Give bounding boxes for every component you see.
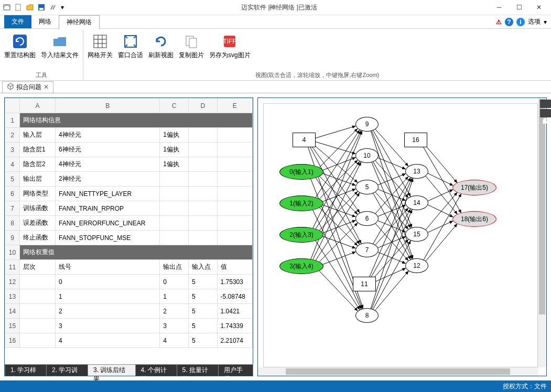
col-b[interactable]: B [56, 99, 160, 113]
node-mid-14[interactable]: 14 [405, 195, 428, 210]
table-row[interactable]: 2输入层4神经元1偏执 [5, 128, 253, 143]
node-output-17[interactable]: 17(输出5) [452, 180, 496, 195]
bottom-tab-results[interactable]: 3. 训练后结果 [88, 364, 135, 376]
save-icon[interactable] [37, 3, 46, 12]
table-row[interactable]: 13115-5.08748 [5, 289, 253, 304]
copy-image-button[interactable]: 复制图片 [179, 33, 204, 60]
tab-close-icon[interactable]: ✕ [44, 83, 49, 91]
options-link[interactable]: 选项 [528, 17, 541, 26]
node-hidden-7[interactable]: 7 [355, 243, 379, 257]
table-row[interactable]: 4 隐含层24神经元1偏执 [5, 157, 253, 172]
table-row[interactable]: 142251.0421 [5, 304, 253, 319]
minimize-button[interactable]: ─ [493, 3, 505, 12]
table-row[interactable]: 7训练函数FANN_TRAIN_RPROP [5, 201, 253, 216]
bottom-tab-batch[interactable]: 5. 批量计算 [177, 364, 219, 376]
import-result-button[interactable]: 导入结果文件 [41, 33, 79, 60]
svg-line-32 [312, 210, 361, 309]
svg-line-29 [323, 189, 356, 201]
table-row[interactable]: 9终止函数FANN_STOPFUNC_MSE [5, 231, 253, 245]
fit-icon [122, 33, 139, 50]
node-hidden-10[interactable]: 10 [355, 148, 379, 163]
col-c[interactable]: C [160, 99, 189, 113]
table-row[interactable]: 11层次线号输出点输入点值 [5, 260, 253, 275]
scrollbar-vertical[interactable] [538, 98, 546, 367]
table-row[interactable]: 5输出层2神经元 [5, 172, 253, 187]
node-hidden-6[interactable]: 6 [355, 211, 379, 226]
app-icon [2, 3, 12, 12]
qat-dropdown-icon[interactable]: ▾ [60, 3, 65, 12]
copy-icon [183, 33, 200, 50]
svg-line-80 [426, 224, 457, 261]
svg-line-49 [378, 158, 406, 169]
node-bias-4[interactable]: 4 [293, 133, 316, 147]
col-rownum[interactable] [5, 99, 20, 113]
reload-icon [153, 33, 169, 50]
side-tab-structure[interactable]: 结构信息 [540, 100, 551, 108]
network-graph[interactable]: 4 16 11 0(输入1) 1(输入2) 2(输入3) 3(输入4) 9 10… [263, 103, 538, 367]
scrollbar-horizontal[interactable] [258, 367, 538, 376]
svg-line-23 [323, 173, 356, 186]
svg-line-68 [375, 271, 409, 310]
col-e[interactable]: E [217, 99, 252, 113]
folder-icon [51, 33, 68, 50]
node-bias-11[interactable]: 11 [353, 277, 376, 291]
table-row[interactable]: 10网络权重值 [5, 245, 253, 260]
node-input-3[interactable]: 3(输入4) [279, 258, 323, 274]
node-input-0[interactable]: 0(输入1) [279, 164, 323, 180]
bottom-tab-training[interactable]: 2. 学习训练 [46, 364, 88, 376]
menu-neural[interactable]: 神经网络 [59, 15, 100, 30]
open-icon[interactable] [25, 3, 35, 12]
table-row[interactable]: 6网络类型FANN_NETTYPE_LAYER [5, 187, 253, 201]
tiff-icon: TIFF [221, 33, 238, 50]
table-row[interactable]: 8误差函数FANN_ERRORFUNC_LINEAR [5, 216, 253, 231]
help-icon[interactable]: ? [505, 18, 513, 26]
svg-rect-0 [4, 5, 10, 10]
bottom-tab-manual[interactable]: 用户手册 [218, 364, 253, 376]
fit-window-button[interactable]: 窗口合适 [118, 33, 143, 60]
svg-line-27 [316, 130, 360, 198]
svg-rect-3 [39, 8, 44, 10]
node-input-2[interactable]: 2(输入3) [279, 227, 323, 243]
node-hidden-9[interactable]: 9 [355, 117, 379, 132]
menu-file[interactable]: 文件 [4, 15, 31, 28]
svg-text:TIFF: TIFF [223, 38, 236, 45]
svg-line-62 [375, 208, 408, 245]
table-row[interactable]: 164452.21074 [5, 333, 253, 348]
info-icon[interactable]: i [516, 18, 525, 26]
cube-icon [7, 83, 14, 92]
document-tab[interactable]: 拟合问题 ✕ [2, 81, 53, 93]
node-hidden-8[interactable]: 8 [355, 308, 379, 323]
bottom-tab-single[interactable]: 4. 个例计算 [135, 364, 177, 376]
node-mid-12[interactable]: 12 [405, 258, 428, 273]
reset-structure-button[interactable]: 重置结构图 [4, 33, 36, 60]
data-grid[interactable]: A B C D E 1网络结构信息2输入层4神经元1偏执3 隐含层16神经元1偏… [5, 98, 253, 348]
bottom-tab-samples[interactable]: 1. 学习样本 [5, 364, 47, 376]
table-row[interactable]: 153351.74339 [5, 319, 253, 333]
refresh-icon [12, 33, 28, 50]
close-button[interactable]: ✕ [533, 3, 545, 12]
node-output-18[interactable]: 18(输出6) [452, 211, 496, 227]
node-input-1[interactable]: 1(输入2) [279, 195, 323, 211]
node-hidden-5[interactable]: 5 [355, 180, 379, 194]
table-row[interactable]: 1网络结构信息 [5, 113, 253, 128]
refresh-view-button[interactable]: 刷新视图 [148, 33, 174, 60]
col-d[interactable]: D [188, 99, 217, 113]
table-row[interactable]: 3 隐含层16神经元1偏执 [5, 143, 253, 157]
table-row[interactable]: 120051.75303 [5, 275, 253, 289]
svg-line-76 [428, 205, 453, 217]
ribbon-group-view-label: 视图(双击合适，滚轮缩放，中键拖屏,右键Zoom) [88, 70, 547, 80]
settings-icon[interactable] [48, 3, 58, 12]
svg-line-63 [378, 236, 406, 248]
maximize-button[interactable]: ☐ [513, 3, 525, 12]
new-icon[interactable] [14, 3, 23, 12]
save-svg-button[interactable]: TIFF 另存为svg图片 [209, 33, 251, 60]
side-tab-error-curve[interactable]: 偏差曲线 [540, 109, 551, 117]
node-bias-16[interactable]: 16 [404, 133, 427, 147]
col-a[interactable]: A [20, 99, 56, 113]
grid-toggle-button[interactable]: 网格开关 [88, 33, 113, 60]
window-title: 迈实软件 |神经网络 |已激活 [65, 3, 493, 12]
menu-network[interactable]: 网络 [31, 15, 59, 28]
node-mid-15[interactable]: 15 [405, 227, 428, 242]
node-mid-13[interactable]: 13 [405, 164, 428, 179]
options-dropdown-icon[interactable]: ▾ [544, 18, 547, 26]
